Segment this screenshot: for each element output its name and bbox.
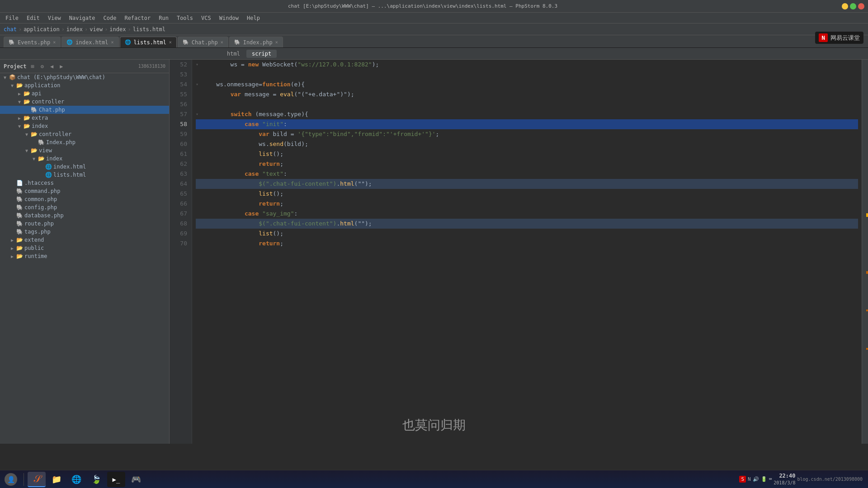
menu-item-code[interactable]: Code [100, 14, 120, 22]
tree-item-index[interactable]: ▼📂index [0, 155, 169, 163]
code-line-59[interactable]: var bild = '{"type":"bind","fromid":"'+f… [196, 129, 858, 139]
tab-Index-php[interactable]: 🐘Index.php× [229, 37, 283, 47]
tree-item-controller[interactable]: ▼📂controller [0, 130, 169, 138]
taskbar-avatar[interactable]: 👤 [2, 472, 20, 487]
systray-keyboard: ⌨ [769, 476, 772, 482]
tab-close-Index-php[interactable]: × [275, 40, 278, 45]
taskbar-sublime[interactable]: 𝒮 [28, 472, 46, 487]
tree-item-extra[interactable]: ▶📂extra [0, 114, 169, 122]
project-sync-btn[interactable]: ⊞ [29, 62, 36, 70]
tree-item-database-php[interactable]: 🐘database.php [0, 211, 169, 220]
code-line-64[interactable]: $(".chat-fui-content").html(""); [196, 179, 858, 189]
php-file-icon: 🐘 [37, 139, 45, 145]
tab-Chat-php[interactable]: 🐘Chat.php× [178, 37, 228, 47]
menu-item-tools[interactable]: Tools [173, 14, 197, 22]
minimize-button[interactable] [842, 3, 848, 9]
fold-arrow-54[interactable]: ▾ [196, 80, 202, 89]
tab-Events-php[interactable]: 🐘Events.php× [4, 37, 61, 47]
project-gear-btn[interactable]: ⚙ [39, 62, 46, 70]
tree-item-chat-php[interactable]: 🐘Chat.php [0, 106, 169, 114]
fold-arrow-57[interactable]: ▾ [196, 109, 202, 119]
code-content[interactable]: ▾ ws = new WebSocket("ws://127.0.0.1:828… [192, 60, 862, 444]
tree-item-public[interactable]: ▶📂public [0, 244, 169, 252]
menu-item-file[interactable]: File [2, 14, 22, 22]
tab-close-index-html[interactable]: × [111, 40, 114, 45]
window-controls[interactable] [842, 3, 864, 9]
menu-item-help[interactable]: Help [243, 14, 264, 22]
menu-item-view[interactable]: View [44, 14, 65, 22]
code-line-56[interactable] [196, 99, 858, 109]
tab-close-lists-html[interactable]: × [169, 40, 172, 45]
tree-item-extend[interactable]: ▶📂extend [0, 236, 169, 244]
tree-item-route-php[interactable]: 🐘route.php [0, 220, 169, 228]
code-line-65[interactable]: list(); [196, 189, 858, 199]
tree-item-index[interactable]: ▼📂index [0, 122, 169, 130]
code-line-69[interactable]: list(); [196, 229, 858, 239]
tree-item-chat--e--phpstudy-www-chat-[interactable]: ▼📦chat (E:\phpStudy\WWW\chat) [0, 73, 169, 81]
folder-icon: 📂 [23, 115, 31, 121]
scrollbar-track[interactable] [862, 60, 868, 444]
project-line-count: 1386318130 [138, 64, 165, 69]
close-button[interactable] [858, 3, 864, 9]
sidebar[interactable]: Project ⊞ ⚙ ◀ ▶ 1386318130 ▼📦chat (E:\ph… [0, 60, 170, 444]
menu-item-run[interactable]: Run [155, 14, 172, 22]
code-line-61[interactable]: list(); [196, 149, 858, 159]
fold-arrow-52[interactable]: ▾ [196, 60, 202, 70]
tree-item-common-php[interactable]: 🐘common.php [0, 195, 169, 203]
tree-item-runtime[interactable]: ▶📂runtime [0, 252, 169, 260]
menu-item-navigate[interactable]: Navigate [66, 14, 99, 22]
taskbar-explorer[interactable]: 📁 [47, 472, 66, 487]
tree-item-index-html[interactable]: 🌐index.html [0, 163, 169, 171]
tree-item-command-php[interactable]: 🐘command.php [0, 187, 169, 195]
editor[interactable]: 52535455565758596061626364656667686970 ▾… [170, 60, 868, 444]
code-line-57[interactable]: ▾ switch (message.type){ [196, 109, 858, 119]
taskbar-game[interactable]: 🎮 [127, 472, 145, 487]
tree-item-config-php[interactable]: 🐘config.php [0, 203, 169, 211]
breadcrumb-index2[interactable]: index [109, 26, 126, 33]
code-line-67[interactable]: case "say_img": [196, 209, 858, 219]
code-line-58[interactable]: case "init": [196, 119, 858, 129]
taskbar-browser[interactable]: 🌐 [67, 472, 85, 487]
breadcrumb-chat[interactable]: chat [4, 26, 17, 33]
menu-item-edit[interactable]: Edit [23, 14, 43, 22]
project-arrow-left[interactable]: ◀ [48, 62, 55, 70]
tree-item-controller[interactable]: ▼📂controller [0, 98, 169, 106]
tab-close-Chat-php[interactable]: × [221, 40, 223, 45]
breadcrumb-application[interactable]: application [24, 26, 59, 33]
tree-label-public: public [24, 245, 44, 251]
tree-item-api[interactable]: ▶📂api [0, 89, 169, 98]
code-line-60[interactable]: ws.send(bild); [196, 139, 858, 149]
tree-item-application[interactable]: ▼📂application [0, 81, 169, 89]
systray-sound[interactable]: 🔊 [753, 476, 759, 482]
sub-tab-script[interactable]: script [246, 50, 277, 58]
tree-item-tags-php[interactable]: 🐘tags.php [0, 228, 169, 236]
code-line-55[interactable]: var message = eval("("+e.data+")"); [196, 89, 858, 99]
breadcrumb-index1[interactable]: index [66, 26, 83, 33]
tab-lists-html[interactable]: 🌐lists.html× [120, 37, 177, 47]
tree-item-index-php[interactable]: 🐘Index.php [0, 138, 169, 146]
code-line-53[interactable] [196, 70, 858, 80]
tree-item-lists-html[interactable]: 🌐lists.html [0, 171, 169, 179]
taskbar-terminal[interactable]: ▶_ [107, 472, 125, 487]
code-line-52[interactable]: ▾ ws = new WebSocket("ws://127.0.0.1:828… [196, 60, 858, 70]
project-arrow-right[interactable]: ▶ [58, 62, 65, 70]
win-taskbar[interactable]: 👤 𝒮 📁 🌐 🍃 ▶_ 🎮 S N 🔊 🔋 ⌨ 22:40 2018/3/8 … [0, 470, 868, 488]
tree-item-view[interactable]: ▼📂view [0, 146, 169, 155]
menu-item-window[interactable]: Window [216, 14, 242, 22]
menu-item-refactor[interactable]: Refactor [121, 14, 154, 22]
taskbar-app4[interactable]: 🍃 [87, 472, 105, 487]
code-line-68[interactable]: $(".chat-fui-content").html(""); [196, 219, 858, 229]
tab-close-Events-php[interactable]: × [53, 40, 56, 45]
code-line-70[interactable]: return; [196, 239, 858, 249]
code-line-54[interactable]: ▾ ws.onmessage=function(e){ [196, 80, 858, 89]
tab-index-html[interactable]: 🌐index.html× [61, 37, 118, 47]
menu-item-vcs[interactable]: VCS [198, 14, 215, 22]
breadcrumb-view[interactable]: view [90, 26, 103, 33]
code-line-63[interactable]: case "text": [196, 169, 858, 179]
maximize-button[interactable] [850, 3, 856, 9]
tree-item--htaccess[interactable]: 📄.htaccess [0, 179, 169, 187]
sub-tab-html[interactable]: html [222, 50, 245, 58]
breadcrumb-file[interactable]: lists.html [133, 26, 165, 33]
code-line-62[interactable]: return; [196, 159, 858, 169]
code-line-66[interactable]: return; [196, 199, 858, 209]
